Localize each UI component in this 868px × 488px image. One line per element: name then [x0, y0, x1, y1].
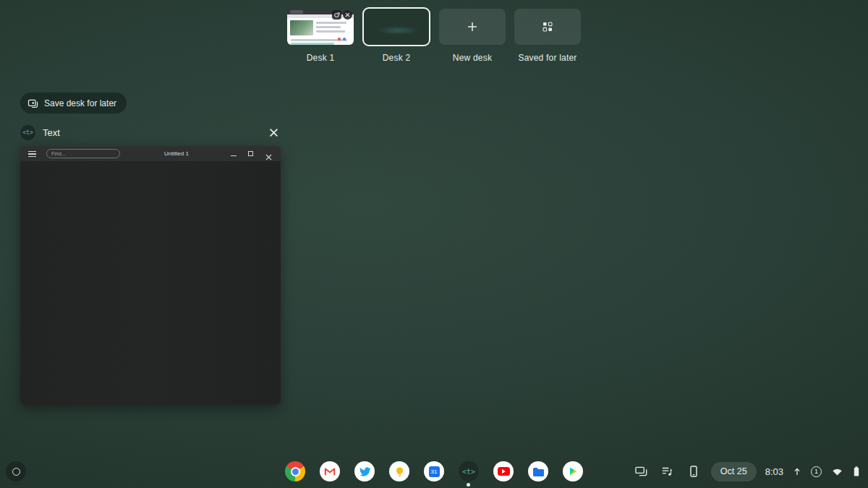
text-app-glyph: <t>: [462, 468, 475, 476]
date-button[interactable]: Oct 25: [711, 462, 757, 481]
plus-icon: [467, 22, 477, 32]
media-controls-icon[interactable]: [659, 463, 676, 480]
desk-2: Desk 2: [362, 6, 430, 63]
editor-close-icon: [265, 150, 272, 163]
text-app-icon[interactable]: <t>: [459, 461, 479, 481]
editor-titlebar: Find... Untitled 1: [20, 146, 281, 161]
gmail-icon[interactable]: [320, 461, 340, 481]
desk-1-label[interactable]: Desk 1: [307, 53, 335, 63]
caps-arrow-icon[interactable]: [792, 463, 802, 480]
calendar-day: 31: [429, 466, 440, 477]
window-header: <t> Text: [20, 124, 281, 142]
find-input: Find...: [46, 149, 120, 158]
desk-1: Desk 1: [287, 6, 354, 63]
desk-2-thumbnail[interactable]: [362, 7, 430, 46]
status-tray: Oct 25 8:03 1: [633, 461, 861, 481]
youtube-icon[interactable]: [493, 461, 514, 481]
menu-icon: [28, 151, 36, 158]
shelf-apps: 31 <t>: [285, 461, 583, 481]
window-close-button[interactable]: [266, 126, 281, 140]
text-app-badge-icon: <t>: [20, 125, 35, 140]
save-desk-for-later-button[interactable]: Save desk for later: [20, 93, 127, 114]
keep-icon[interactable]: [389, 461, 409, 481]
launcher-icon: [12, 468, 20, 476]
active-app-indicator: [467, 483, 470, 487]
new-desk-button[interactable]: [439, 9, 506, 45]
notification-counter[interactable]: 1: [811, 466, 822, 477]
new-desk-label: New desk: [453, 53, 492, 63]
window-title: Text: [43, 127, 60, 138]
text-app-window-preview[interactable]: Find... Untitled 1: [20, 146, 281, 405]
desk-1-close-icon[interactable]: [343, 10, 352, 20]
chrome-icon[interactable]: [285, 461, 305, 481]
document-title: Untitled 1: [154, 150, 199, 157]
files-icon[interactable]: [528, 461, 548, 481]
launcher-button[interactable]: [6, 461, 26, 481]
saved-for-later-label: Saved for later: [518, 53, 576, 63]
overview-screen: Desk 1 Desk 2 New desk: [0, 0, 868, 488]
combine-desks-icon[interactable]: [332, 10, 341, 20]
new-desk: New desk: [439, 6, 506, 63]
desks-grid-icon: [542, 22, 553, 32]
twitter-icon[interactable]: [354, 461, 375, 481]
save-desk-icon: [27, 98, 38, 108]
close-icon: [269, 128, 278, 137]
play-store-icon[interactable]: [563, 461, 583, 481]
minimize-icon: [231, 155, 237, 156]
desk-2-label[interactable]: Desk 2: [383, 53, 411, 63]
desk-bar: Desk 1 Desk 2 New desk: [287, 6, 581, 63]
shelf: 31 <t>: [0, 455, 868, 488]
desk-1-thumbnail[interactable]: [287, 9, 354, 45]
saved-for-later: Saved for later: [514, 6, 581, 63]
phone-hub-icon[interactable]: [685, 463, 702, 480]
saved-for-later-button[interactable]: [514, 9, 581, 45]
editor-body: [20, 161, 281, 405]
battery-icon[interactable]: [852, 463, 861, 480]
calendar-icon[interactable]: 31: [424, 461, 444, 481]
save-desk-label: Save desk for later: [44, 98, 116, 108]
screen-mirror-icon[interactable]: [633, 463, 650, 480]
maximize-icon: [248, 151, 253, 156]
network-icon[interactable]: [830, 463, 843, 480]
clock[interactable]: 8:03: [765, 466, 783, 477]
